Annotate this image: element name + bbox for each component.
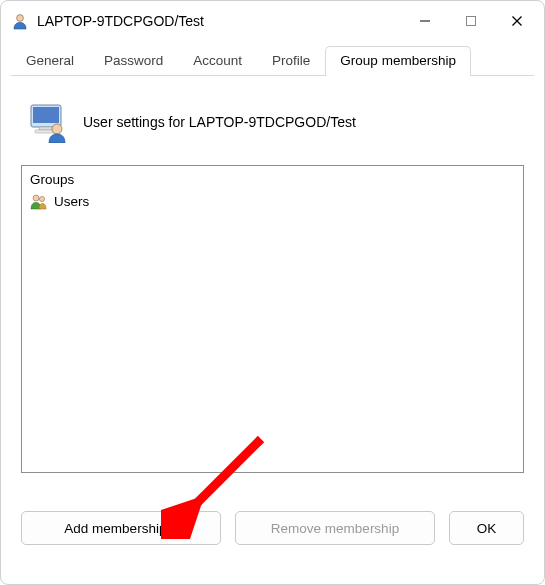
- maximize-button[interactable]: [448, 5, 494, 37]
- user-icon: [11, 12, 29, 30]
- tabstrip: General Password Account Profile Group m…: [1, 41, 544, 76]
- svg-point-10: [33, 195, 39, 201]
- svg-point-11: [39, 196, 44, 201]
- tab-account[interactable]: Account: [178, 46, 257, 76]
- svg-point-0: [17, 15, 24, 22]
- svg-rect-2: [467, 17, 476, 26]
- tab-group-membership[interactable]: Group membership: [325, 46, 471, 76]
- ok-button[interactable]: OK: [449, 511, 524, 545]
- svg-rect-7: [39, 127, 53, 130]
- groups-listbox[interactable]: Groups Users: [21, 165, 524, 473]
- tab-content: User settings for LAPTOP-9TDCPGOD/Test G…: [1, 77, 544, 485]
- titlebar: LAPTOP-9TDCPGOD/Test: [1, 1, 544, 41]
- remove-membership-button[interactable]: Remove membership: [235, 511, 435, 545]
- window-title: LAPTOP-9TDCPGOD/Test: [37, 13, 402, 29]
- svg-rect-6: [33, 107, 59, 123]
- close-button[interactable]: [494, 5, 540, 37]
- svg-point-9: [52, 124, 62, 134]
- group-users-icon: [30, 192, 48, 210]
- minimize-button[interactable]: [402, 5, 448, 37]
- tab-profile[interactable]: Profile: [257, 46, 325, 76]
- tab-password[interactable]: Password: [89, 46, 178, 76]
- monitor-user-icon: [27, 101, 69, 143]
- add-membership-button[interactable]: Add membership...: [21, 511, 221, 545]
- page-title: User settings for LAPTOP-9TDCPGOD/Test: [83, 114, 356, 130]
- tab-general[interactable]: General: [11, 46, 89, 76]
- button-row: Add membership... Remove membership OK: [1, 511, 544, 565]
- page-heading-row: User settings for LAPTOP-9TDCPGOD/Test: [27, 101, 524, 143]
- list-item-label: Users: [54, 194, 89, 209]
- groups-column-header: Groups: [28, 170, 517, 191]
- list-item[interactable]: Users: [28, 191, 517, 211]
